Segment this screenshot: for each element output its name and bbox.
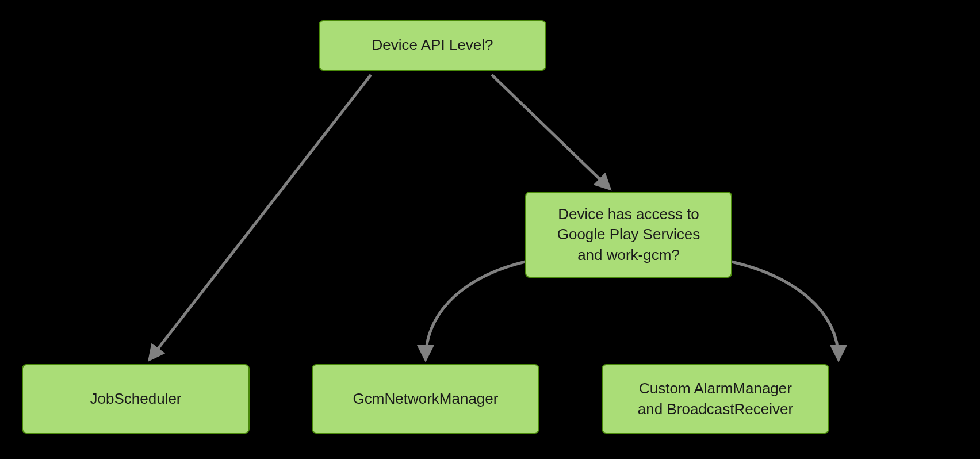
node-label: Device API Level?	[372, 35, 493, 55]
node-label: Custom AlarmManagerand BroadcastReceiver	[638, 378, 793, 419]
node-label: JobScheduler	[90, 389, 182, 409]
node-gcm-network-manager: GcmNetworkManager	[312, 364, 539, 434]
node-device-api-level: Device API Level?	[319, 20, 546, 71]
node-alarm-manager: Custom AlarmManagerand BroadcastReceiver	[602, 364, 829, 434]
edge-playservices-to-gcm	[426, 262, 525, 359]
node-label: GcmNetworkManager	[353, 389, 499, 409]
node-play-services: Device has access toGoogle Play Services…	[525, 192, 732, 278]
edge-root-to-playservices	[492, 75, 610, 189]
node-label: Device has access toGoogle Play Services…	[557, 204, 700, 265]
edge-root-to-jobscheduler	[150, 75, 371, 359]
node-jobscheduler: JobScheduler	[22, 364, 250, 434]
edge-playservices-to-alarmmanager	[732, 262, 839, 359]
